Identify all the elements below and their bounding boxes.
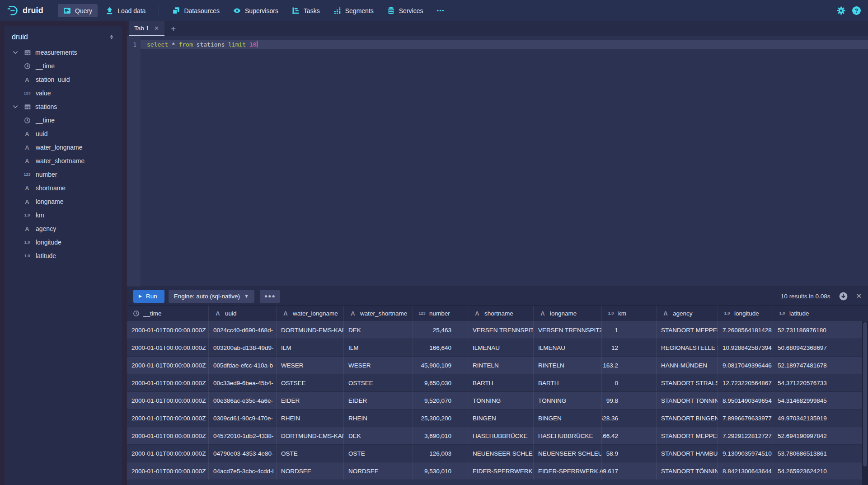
column-header-number[interactable]: 123number — [413, 306, 468, 321]
tab-1[interactable]: Tab 1 ✕ — [129, 21, 164, 36]
cell-number[interactable]: 166,640 — [413, 339, 468, 357]
schema-column-water-longname[interactable]: Awater_longname — [5, 141, 122, 154]
column-header-agency[interactable]: Aagency — [657, 306, 718, 321]
column-header-uuid[interactable]: Auuid — [209, 306, 277, 321]
schema-table-stations[interactable]: stations — [5, 100, 122, 113]
cell--time[interactable]: 2000-01-01T00:00:00.000Z — [127, 462, 209, 480]
cell-longitude[interactable]: 7.8996679633977 — [718, 410, 773, 427]
run-button[interactable]: ▶ Run — [133, 290, 164, 303]
cell-longname[interactable]: NEUENSEER SCHLEUSE — [534, 445, 602, 462]
cell-shortname[interactable]: ILMENAU — [468, 339, 534, 357]
cell-uuid[interactable]: 00e386ac-e35c-4a6e- — [209, 392, 277, 410]
cell-number[interactable]: 25,463 — [413, 321, 468, 339]
cell-shortname[interactable]: EIDER-SPERRWERK AP — [468, 462, 534, 480]
cell-km[interactable]: 58.9 — [602, 445, 657, 462]
cell-shortname[interactable]: TÖNNING — [468, 392, 534, 410]
cell-water-longname[interactable]: WESER — [277, 357, 344, 374]
settings-button[interactable] — [837, 6, 845, 15]
cell-km[interactable]: 12 — [602, 339, 657, 357]
cell-latitude[interactable]: 54.371220576733 — [773, 374, 833, 392]
cell-longitude[interactable]: 9.0817049396446 — [718, 357, 773, 374]
cell-longitude[interactable]: 7.2608564181428 — [718, 321, 773, 339]
schema-column-longitude[interactable]: 1.0longitude — [5, 235, 122, 249]
cell-water-longname[interactable]: NORDSEE — [277, 462, 344, 480]
column-header-shortname[interactable]: Ashortname — [468, 306, 534, 321]
chevron-down-icon[interactable] — [11, 49, 20, 56]
cell--time[interactable]: 2000-01-01T00:00:00.000Z — [127, 392, 209, 410]
schema-column-longname[interactable]: Alongname — [5, 195, 122, 208]
column-header-latitude[interactable]: 1.0latitude — [773, 306, 833, 321]
cell-water-shortname[interactable]: OSTE — [344, 445, 413, 462]
close-results-button[interactable]: ✕ — [856, 292, 862, 300]
cell-longname[interactable]: RINTELN — [534, 357, 602, 374]
cell-water-shortname[interactable]: OSTSEE — [344, 374, 413, 392]
cell-uuid[interactable]: 04acd7e5-3cbc-4cdd-l — [209, 462, 277, 480]
cell-latitude[interactable]: 53.780686513861 — [773, 445, 833, 462]
schema-column-agency[interactable]: Aagency — [5, 222, 122, 235]
cell-water-shortname[interactable]: ILM — [344, 339, 413, 357]
nav-item-load-data[interactable]: Load data — [100, 4, 151, 17]
help-button[interactable]: ? — [852, 6, 861, 15]
schema-column-value[interactable]: 123value — [5, 86, 122, 100]
cell-latitude[interactable]: 50.680942368697 — [773, 339, 833, 357]
cell-agency[interactable]: HANN-MÜNDEN — [657, 357, 718, 374]
column-header-water-shortname[interactable]: Awater_shortname — [344, 306, 413, 321]
cell--time[interactable]: 2000-01-01T00:00:00.000Z — [127, 427, 209, 445]
cell-uuid[interactable]: 04790e03-4353-4e80- — [209, 445, 277, 462]
cell-number[interactable]: 25,300,200 — [413, 410, 468, 427]
cell-agency[interactable]: REGIONALSTELLE SUHL — [657, 339, 718, 357]
column-header-km[interactable]: 1.0km — [602, 306, 657, 321]
results-scrollbar[interactable] — [862, 321, 868, 485]
sql-editor[interactable]: 1 select * from stations limit 10 — [127, 36, 868, 287]
cell-longitude[interactable]: 8.9501490349654 — [718, 392, 773, 410]
cell-number[interactable]: 45,900,109 — [413, 357, 468, 374]
nav-item-services[interactable]: Services — [382, 4, 429, 17]
schema-column-water-shortname[interactable]: Awater_shortname — [5, 154, 122, 168]
cell-water-longname[interactable]: OSTE — [277, 445, 344, 462]
cell-shortname[interactable]: BINGEN — [468, 410, 534, 427]
cell-longname[interactable]: EIDER-SPERRWERK AP — [534, 462, 602, 480]
cell-uuid[interactable]: 00c33ed9-6bea-45b4- — [209, 374, 277, 392]
column-header--time[interactable]: __time — [127, 306, 209, 321]
chevron-down-icon[interactable] — [11, 104, 20, 110]
cell-latitude[interactable]: 54.265923624210 — [773, 462, 833, 480]
cell-km[interactable]: 99.8 — [602, 392, 657, 410]
cell-km[interactable]: 0 — [602, 374, 657, 392]
cell-longname[interactable]: BINGEN — [534, 410, 602, 427]
cell-uuid[interactable]: 0309cd61-90c9-470e- — [209, 410, 277, 427]
schema-column-uuid[interactable]: Auuid — [5, 127, 122, 141]
cell-km[interactable]: 163.2 — [602, 357, 657, 374]
query-more-button[interactable]: ●●● — [260, 290, 280, 303]
cell-water-longname[interactable]: ILM — [277, 339, 344, 357]
cell-number[interactable]: 3,690,010 — [413, 427, 468, 445]
cell-longname[interactable]: HASEHUBBRÜCKE — [534, 427, 602, 445]
download-button[interactable] — [839, 292, 848, 301]
nav-item-tasks[interactable]: Tasks — [286, 4, 325, 17]
cell-longname[interactable]: TÖNNING — [534, 392, 602, 410]
sort-button[interactable] — [108, 33, 116, 41]
cell-latitude[interactable]: 54.314682999845 — [773, 392, 833, 410]
cell-shortname[interactable]: VERSEN TRENNSPITZE — [468, 321, 534, 339]
cell-shortname[interactable]: NEUENSEER SCHLEUSE — [468, 445, 534, 462]
cell--time[interactable]: 2000-01-01T00:00:00.000Z — [127, 374, 209, 392]
cell-agency[interactable]: STANDORT MEPPEN — [657, 321, 718, 339]
cell-latitude[interactable]: 52.731186976180 — [773, 321, 833, 339]
cell-water-shortname[interactable]: DEK — [344, 427, 413, 445]
cell-longname[interactable]: VERSEN TRENNSPITZE — [534, 321, 602, 339]
cell-latitude[interactable]: 52.694190997842 — [773, 427, 833, 445]
schema-column--time[interactable]: __time — [5, 113, 122, 127]
cell-shortname[interactable]: HASEHUBBRÜCKE — [468, 427, 534, 445]
cell-water-shortname[interactable]: EIDER — [344, 392, 413, 410]
schema-column-km[interactable]: 1.0km — [5, 208, 122, 222]
cell-number[interactable]: 9,650,030 — [413, 374, 468, 392]
column-header-longitude[interactable]: 1.0longitude — [718, 306, 773, 321]
column-header-water-longname[interactable]: Awater_longname — [277, 306, 344, 321]
cell-water-shortname[interactable]: NORDSEE — [344, 462, 413, 480]
cell-water-shortname[interactable]: WESER — [344, 357, 413, 374]
schema-column-shortname[interactable]: Ashortname — [5, 181, 122, 195]
engine-select[interactable]: Engine: auto (sql-native) ▼ — [169, 290, 254, 303]
cell-agency[interactable]: STANDORT MEPPEN — [657, 427, 718, 445]
cell-number[interactable]: 9,520,070 — [413, 392, 468, 410]
cell-agency[interactable]: STANDORT HAMBURG — [657, 445, 718, 462]
tab-close-icon[interactable]: ✕ — [154, 25, 159, 32]
